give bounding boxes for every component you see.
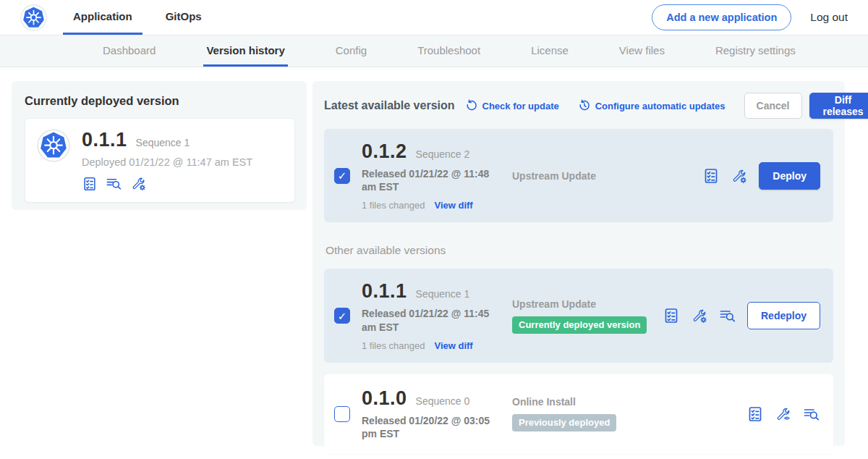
subtab-license[interactable]: License	[528, 35, 571, 67]
sequence-label: Sequence 0	[416, 395, 470, 407]
config-wrench-gear-icon[interactable]	[731, 167, 748, 185]
deployed-timestamp: Deployed 01/21/22 @ 11:47 am EST	[82, 156, 252, 168]
deployed-sequence-label: Sequence 1	[136, 137, 190, 148]
view-logs-magnifier-icon[interactable]	[106, 175, 122, 192]
released-timestamp: Released 01/21/22 @ 11:45 am EST	[362, 307, 506, 333]
configure-automatic-updates-link[interactable]: Configure automatic updates	[578, 99, 726, 112]
version-source-label: Upstream Update	[512, 298, 663, 310]
preflight-checklist-icon[interactable]	[702, 167, 720, 185]
preflight-checklist-icon[interactable]	[746, 405, 764, 423]
tab-application[interactable]: Application	[63, 0, 142, 35]
top-nav-tabs: Application GitOps	[63, 0, 225, 35]
config-wrench-gear-icon[interactable]	[130, 175, 147, 192]
view-diff-link[interactable]: View diff	[434, 200, 472, 211]
version-row-0-1-0: ✓ 0.1.0 Sequence 0 Released 01/20/22 @ 0…	[324, 374, 833, 454]
view-logs-magnifier-icon[interactable]	[719, 307, 736, 324]
diff-releases-button[interactable]: Diff releases	[809, 93, 868, 119]
subtab-troubleshoot[interactable]: Troubleshoot	[414, 35, 483, 67]
files-changed-label: 1 files changed	[362, 340, 425, 351]
version-number: 0.1.2	[362, 140, 407, 163]
sequence-label: Sequence 2	[416, 148, 470, 160]
subtab-version-history[interactable]: Version history	[203, 35, 287, 67]
version-source-label: Upstream Update	[512, 170, 702, 182]
latest-available-header: Latest available version Check for updat…	[324, 93, 833, 119]
kubernetes-version-icon	[37, 129, 70, 162]
deploy-button[interactable]: Deploy	[759, 162, 820, 190]
topbar-right: Add a new application Log out	[652, 0, 868, 35]
refresh-icon	[465, 99, 478, 112]
subtab-dashboard[interactable]: Dashboard	[100, 35, 158, 67]
files-changed-label: 1 files changed	[362, 200, 425, 211]
tab-gitops[interactable]: GitOps	[156, 0, 212, 35]
subtab-view-files[interactable]: View files	[616, 35, 668, 67]
version-select-checkbox[interactable]: ✓	[334, 406, 350, 422]
add-new-application-button[interactable]: Add a new application	[652, 4, 791, 30]
previously-deployed-badge: Previously deployed	[512, 414, 616, 431]
app-subnav: Dashboard Version history Config Trouble…	[0, 35, 868, 67]
version-row-0-1-2: ✓ 0.1.2 Sequence 2 Released 01/21/22 @ 1…	[324, 129, 833, 222]
top-navbar: Application GitOps Add a new application…	[0, 0, 868, 35]
version-number: 0.1.1	[362, 280, 407, 303]
subtab-registry-settings[interactable]: Registry settings	[712, 35, 799, 67]
schedule-update-icon	[578, 99, 591, 112]
released-timestamp: Released 01/20/22 @ 03:05 pm EST	[362, 414, 506, 440]
released-timestamp: Released 01/21/22 @ 11:48 am EST	[362, 167, 506, 193]
preflight-checklist-icon[interactable]	[82, 176, 98, 192]
subtab-config[interactable]: Config	[333, 35, 370, 67]
version-select-checkbox[interactable]: ✓	[334, 168, 350, 184]
app-logo	[0, 0, 63, 35]
latest-available-title: Latest available version	[324, 99, 455, 112]
redeploy-button[interactable]: Redeploy	[747, 302, 820, 329]
kubernetes-logo-icon	[20, 4, 47, 31]
view-diff-link[interactable]: View diff	[434, 340, 472, 351]
cancel-button[interactable]: Cancel	[744, 93, 802, 119]
version-history-panel: Latest available version Check for updat…	[312, 81, 845, 446]
version-number: 0.1.0	[362, 387, 407, 410]
version-row-0-1-1: ✓ 0.1.1 Sequence 1 Released 01/21/22 @ 1…	[324, 269, 833, 362]
config-wrench-gear-icon[interactable]	[691, 307, 708, 324]
currently-deployed-panel: Currently deployed version	[12, 81, 307, 210]
admin-console-page: Application GitOps Add a new application…	[0, 0, 868, 459]
version-source-label: Online Install	[512, 396, 746, 408]
logout-button[interactable]: Log out	[810, 11, 848, 24]
currently-deployed-title: Currently deployed version	[25, 94, 295, 108]
preflight-checklist-icon[interactable]	[663, 307, 680, 324]
currently-deployed-badge: Currently deployed version	[512, 316, 647, 334]
check-for-update-link[interactable]: Check for update	[465, 99, 559, 112]
view-logs-magnifier-icon[interactable]	[803, 405, 820, 423]
version-select-checkbox[interactable]: ✓	[334, 308, 350, 324]
other-available-versions-label: Other available versions	[326, 244, 833, 257]
deployed-version-number: 0.1.1	[82, 129, 127, 151]
deployed-version-card: 0.1.1 Sequence 1 Deployed 01/21/22 @ 11:…	[25, 118, 295, 203]
sequence-label: Sequence 1	[416, 288, 470, 300]
view-config-wrench-eye-icon[interactable]	[775, 405, 792, 423]
